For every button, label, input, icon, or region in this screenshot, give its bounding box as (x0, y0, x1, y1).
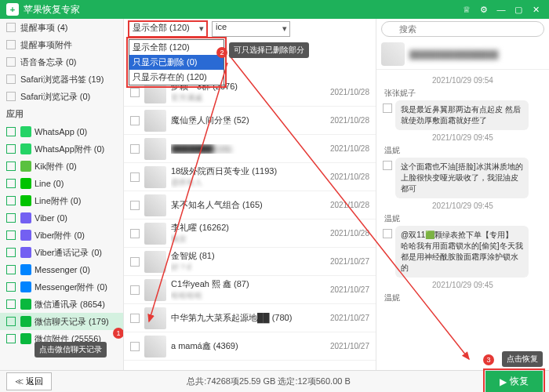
chat-date: 2021/10/27 (330, 257, 369, 266)
chat-row[interactable]: C1华yeah 熙 鑫 (87)哈哈哈哈2021/10/27 (124, 276, 376, 304)
sidebar-item[interactable]: Viber (0) (0, 209, 123, 227)
sidebar-label: Safari浏览器书签 (19) (20, 74, 104, 85)
sidebar-label: Line附件 (0) (35, 195, 81, 207)
chat-row[interactable]: 某不知名人气组合 (165)2021/10/28 (124, 191, 376, 220)
sidebar-label: 语音备忘录 (0) (20, 56, 77, 68)
filter-select-1[interactable]: 显示全部 (120) (129, 21, 207, 37)
checkbox[interactable] (6, 127, 16, 136)
checkbox[interactable] (6, 282, 16, 292)
chat-row[interactable]: 金智妮 (81)好？d2021/10/27 (124, 248, 376, 276)
checkbox[interactable] (6, 179, 16, 188)
checkbox[interactable] (130, 201, 140, 210)
sidebar-item[interactable]: WhatsApp (0) (0, 123, 123, 140)
checkbox[interactable] (6, 40, 16, 49)
sidebar-item[interactable]: Safari浏览器书签 (19) (0, 71, 123, 88)
avatar (144, 307, 166, 329)
checkbox[interactable] (130, 314, 140, 323)
contact-header-text: ████████████████ (409, 50, 544, 59)
dropdown-opt-0[interactable]: 显示全部 (120) (129, 40, 224, 55)
msg-checkbox[interactable] (383, 103, 392, 113)
annotation-badge-1: 1 (113, 328, 124, 339)
chat-row[interactable]: ███████ (15)2021/10/28 (124, 135, 376, 163)
sidebar-item[interactable]: Kik附件 (0) (0, 158, 123, 175)
sidebar-item[interactable]: 微信通讯录 (8654) (0, 296, 123, 313)
gear-icon[interactable]: ⚙ (477, 2, 491, 16)
avatar (144, 336, 166, 358)
checkbox[interactable] (6, 230, 16, 240)
crown-icon[interactable]: ♕ (460, 2, 474, 16)
search-input[interactable] (381, 21, 544, 37)
sidebar-label: Viber通话记录 (0) (35, 247, 102, 259)
chat-row[interactable]: 中华第九大菜系起源地██ (780)2021/10/27 (124, 304, 376, 332)
sidebar-item[interactable]: Viber附件 (0) (0, 227, 123, 244)
checkbox[interactable] (6, 299, 16, 309)
sidebar-item[interactable]: Viber通话记录 (0) (0, 244, 123, 261)
checkbox[interactable] (130, 116, 140, 125)
annotation-badge-3: 3 (483, 354, 494, 365)
checkbox[interactable] (6, 317, 16, 326)
sidebar-item[interactable]: Messenger (0) (0, 261, 123, 278)
maximize-icon[interactable]: ▢ (511, 2, 525, 16)
msg-checkbox[interactable] (383, 161, 392, 170)
kik-icon (20, 161, 31, 172)
checkbox[interactable] (6, 92, 16, 101)
sidebar-item[interactable]: Line附件 (0) (0, 192, 123, 209)
checkbox[interactable] (6, 196, 16, 205)
checkbox[interactable] (6, 162, 16, 171)
filter-dropdown[interactable]: 显示全部 (120) 只显示已删除 (0) 只显示存在的 (120) (129, 39, 224, 85)
sidebar-label: Viber附件 (0) (35, 230, 85, 241)
sidebar-label: 提醒事项 (4) (20, 22, 68, 34)
sidebar-item[interactable]: Line (0) (0, 175, 123, 192)
checkbox[interactable] (6, 248, 16, 257)
checkbox[interactable] (130, 229, 140, 238)
msg-icon (20, 264, 31, 275)
chat-name: 李礼曜 (16262) (171, 222, 330, 234)
back-button[interactable]: ≪ 返回 (6, 372, 52, 390)
chat-row[interactable]: 魔仙堡人间分堡 (52)2021/10/28 (124, 107, 376, 135)
sidebar-item[interactable]: 微信聊天记录 (179) (0, 313, 123, 330)
filter-select-2[interactable]: ice (212, 21, 290, 37)
chat-row[interactable]: a mamá鑫 (4369)2021/10/27 (124, 332, 376, 361)
dropdown-opt-2[interactable]: 只显示存在的 (120) (129, 70, 224, 85)
sidebar-item[interactable]: Safari浏览记录 (0) (0, 88, 123, 105)
close-icon[interactable]: ✕ (529, 2, 543, 16)
checkbox[interactable] (130, 257, 140, 267)
msg-bubble: 我是最近鼻翼那两边有点起皮 然后就使劲厚敷面霜就好些了 (395, 100, 529, 130)
sidebar-item[interactable]: WhatsApp附件 (0) (0, 140, 123, 158)
window-title: 苹果恢复专家 (24, 3, 456, 16)
chat-row[interactable]: 李礼曜 (16262)晚安2021/10/28 (124, 220, 376, 248)
checkbox[interactable] (6, 213, 16, 223)
recover-button[interactable]: ▶ 恢复 (485, 371, 543, 392)
checkbox[interactable] (130, 144, 140, 154)
contact-avatar (381, 42, 405, 66)
chat-date: 2021/10/27 (330, 285, 369, 294)
checkbox[interactable] (130, 172, 140, 182)
msg-checkbox[interactable] (383, 229, 392, 238)
dropdown-opt-1[interactable]: 只显示已删除 (0) (129, 55, 224, 70)
checkbox[interactable] (130, 342, 140, 351)
checkbox[interactable] (6, 57, 16, 67)
checkbox[interactable] (130, 285, 140, 295)
msg-sender: 张张妮子 (384, 88, 541, 99)
checkbox[interactable] (6, 144, 16, 154)
checkbox[interactable] (6, 23, 16, 32)
checkbox[interactable] (6, 265, 16, 274)
avatar (144, 279, 166, 301)
sidebar-label: 提醒事项附件 (20, 39, 72, 51)
checkbox[interactable] (6, 334, 16, 343)
chat-row[interactable]: 18级外院西日英专业 (1193)@所有人2021/10/28 (124, 163, 376, 191)
minimize-icon[interactable]: — (494, 2, 508, 16)
wx-icon (20, 299, 31, 310)
sidebar-label: Safari浏览记录 (0) (20, 91, 90, 103)
right-panel: ████████████████ 2021/10/29 09:54 张张妮子 我… (376, 19, 549, 370)
sidebar-item[interactable]: 语音备忘录 (0) (0, 53, 123, 71)
checkbox[interactable] (6, 74, 16, 84)
chat-date: 2021/10/27 (330, 342, 369, 350)
chat-name: 某不知名人气组合 (165) (171, 199, 330, 211)
sidebar-item[interactable]: 提醒事项附件 (0, 36, 123, 53)
sidebar-item[interactable]: 提醒事项 (4) (0, 19, 123, 36)
chat-name: ███████ (15) (171, 144, 330, 154)
sidebar-item[interactable]: Messenger附件 (0) (0, 278, 123, 296)
sidebar-label: WhatsApp (0) (35, 127, 87, 136)
checkbox[interactable] (130, 88, 140, 97)
